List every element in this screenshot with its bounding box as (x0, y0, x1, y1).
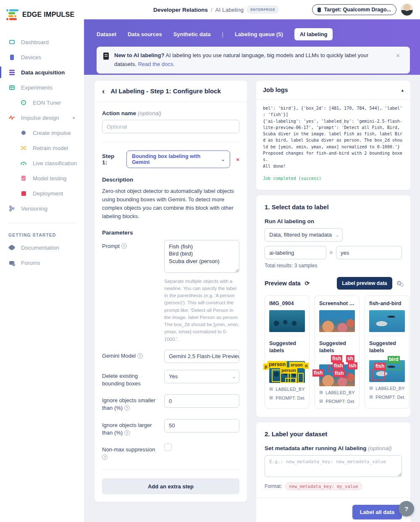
run-labeling-label: Run AI labeling on (265, 218, 402, 224)
select-data-title: 1. Select data to label (265, 203, 402, 211)
labeled-thumbnail: bird fish (369, 360, 405, 382)
banner-text: New to AI labeling? AI labeling lets you… (114, 51, 388, 69)
table-icon: ⊞ (269, 386, 273, 392)
gemini-model-select[interactable]: Gemini 2.5 Flash-Lite Preview⌄ (164, 350, 239, 363)
set-metadata-label: Set metadata after running AI labeling (… (265, 445, 402, 451)
gemini-model-control: Gemini 2.5 Flash-Lite Preview⌄ (164, 350, 239, 363)
metadata-row: ⊞LABELED_BY: g... (369, 385, 405, 391)
sidebar-item-documentation[interactable]: Documentation (0, 240, 84, 255)
avatar[interactable] (401, 3, 413, 16)
divider (319, 336, 355, 336)
gemini-model-label-text: Gemini Model (102, 353, 136, 359)
nms-checkbox[interactable] (164, 443, 172, 451)
page-content: ‹ AI Labeling - Step 1: Configure block … (84, 75, 420, 522)
grid-icon (8, 85, 15, 90)
metadata-filter-row: = (265, 246, 402, 259)
dashboard-icon (8, 40, 15, 44)
remove-step-icon[interactable]: × (236, 156, 239, 163)
gear-preview-icon[interactable]: ⚙ (396, 279, 402, 287)
sidebar-item-dashboard[interactable]: Dashboard (0, 34, 84, 50)
table-icon: ⊞ (319, 398, 323, 404)
metadata-text: PROMPT: Det... (326, 399, 355, 404)
ignore-smaller-input[interactable] (164, 394, 239, 408)
ignore-larger-label: Ignore objects larger than (%) ? (102, 419, 164, 437)
nms-control (164, 443, 239, 461)
help-icon[interactable]: ? (137, 353, 143, 359)
edge-impulse-logo[interactable]: EDGE IMPULSE (0, 6, 84, 24)
sidebar-item-label: Model testing (33, 175, 66, 182)
prompt-textarea[interactable]: Fish (fish) Bird (bird) Scuba diver (per… (164, 240, 239, 273)
close-icon[interactable]: × (394, 51, 402, 61)
sidebar-item-retrain-model[interactable]: Retrain model (0, 140, 84, 156)
collapse-icon[interactable]: ▴ (401, 87, 404, 93)
ignore-smaller-row: Ignore objects smaller than (%) ? (102, 394, 239, 412)
sidebar-item-experiments[interactable]: Experiments (0, 80, 84, 95)
step-label: Step 1: (102, 153, 121, 166)
metadata-value-input[interactable] (336, 246, 402, 259)
add-extra-step-button[interactable]: Add an extra step (102, 478, 239, 494)
metadata-row: ⊞LABELED_BY: g... (319, 390, 355, 395)
configure-block-card: ‹ AI Labeling - Step 1: Configure block … (94, 81, 247, 502)
gauge-icon (20, 161, 27, 165)
action-name-label-text: Action name (102, 110, 136, 116)
tab-dataset[interactable]: Dataset (97, 31, 116, 37)
metadata-key-input[interactable] (265, 246, 326, 259)
sidebar-item-create-impulse[interactable]: Create impulse (0, 125, 84, 140)
right-column: Job logs ▴ bel': 'bird'}, {'box_2d': [48… (256, 81, 410, 522)
sample-card-img-0904[interactable]: IMG_0904 Suggested labels p person (265, 295, 310, 409)
sample-card-screenshot[interactable]: Screenshot 20... Suggested labels fish s… (315, 295, 360, 409)
target-device-label: Target: Qualcomm Drago... (324, 7, 391, 13)
sidebar-item-devices[interactable]: Devices (0, 50, 84, 65)
sidebar-item-versioning[interactable]: Versioning (0, 201, 84, 216)
tab-ai-labeling[interactable]: AI labeling (294, 28, 333, 40)
ignore-larger-input[interactable] (164, 419, 239, 432)
target-device-button[interactable]: Target: Qualcomm Drago... (312, 4, 396, 15)
sidebar-item-data-acquisition[interactable]: Data acquisition (0, 65, 84, 80)
help-icon[interactable]: ? (124, 430, 130, 435)
sidebar-item-label: Versioning (21, 206, 47, 212)
sidebar-item-eon-tuner[interactable]: EON Tuner (0, 95, 84, 110)
compass-icon (20, 100, 27, 105)
set-metadata-textarea[interactable] (265, 455, 402, 477)
page-title: AI Labeling - Step 1: Configure block (110, 87, 221, 95)
delete-existing-value: Yes (169, 373, 178, 380)
label-tag: fish (333, 370, 345, 377)
sidebar-item-live-classification[interactable]: Live classification (0, 156, 84, 171)
step-type-dropdown[interactable]: Bounding box labeling with Gemini ⌄ (126, 150, 231, 168)
sidebar-item-forums[interactable]: Forums (0, 255, 84, 270)
sidebar-item-impulse-design[interactable]: Impulse design ▾ (0, 110, 84, 125)
sidebar-item-model-testing[interactable]: Model testing (0, 171, 84, 186)
tab-labeling-queue[interactable]: Labeling queue (5) (235, 31, 283, 37)
delete-existing-select[interactable]: Yes⌄ (164, 370, 239, 383)
breadcrumb-page: AI Labeling (215, 7, 244, 13)
breadcrumb-project[interactable]: Developer Relations (153, 7, 208, 13)
label-all-data-button[interactable]: Label all data (352, 505, 402, 519)
refresh-icon[interactable]: ⟳ (305, 280, 310, 287)
description-text: Zero-shot object detector to automatical… (102, 187, 239, 221)
sample-thumbnail (319, 310, 355, 332)
nms-label-text: Non-max suppression (102, 446, 155, 453)
tab-synthetic-data[interactable]: Synthetic data (173, 31, 211, 37)
tab-data-sources[interactable]: Data sources (128, 31, 162, 37)
info-banner: New to AI labeling? AI labeling lets you… (97, 47, 410, 74)
action-name-input[interactable] (102, 120, 239, 133)
sidebar-item-deployment[interactable]: Deployment (0, 186, 84, 201)
help-icon[interactable]: ? (124, 405, 130, 411)
metadata-row: ⊞PROMPT: Det... (269, 395, 305, 401)
metadata-text: LABELED_BY: g... (375, 386, 405, 391)
chevron-down-icon[interactable]: ▾ (73, 116, 75, 120)
sidebar-item-label: EON Tuner (33, 100, 61, 106)
help-icon[interactable]: ? (121, 243, 127, 249)
read-docs-link[interactable]: Read the docs. (138, 61, 174, 67)
sidebar-item-label: Forums (21, 260, 40, 266)
metadata-text: PROMPT: Det... (375, 395, 405, 400)
label-tag: fish (333, 362, 344, 369)
label-preview-data-button[interactable]: Label preview data (337, 277, 392, 290)
back-icon[interactable]: ‹ (102, 87, 105, 95)
sample-card-fish-and-bird[interactable]: fish-and-bird Suggested labels bird fish… (365, 295, 410, 409)
help-button[interactable]: ? (399, 501, 414, 517)
data-filter-select[interactable]: Data, filtered by metadata⌄ (265, 228, 343, 242)
section-nav-hero: Dataset Data sources Synthetic data | La… (84, 19, 420, 75)
prompt-row: Prompt ? Fish (fish) Bird (bird) Scuba d… (102, 240, 239, 343)
help-icon[interactable]: ? (102, 454, 108, 460)
